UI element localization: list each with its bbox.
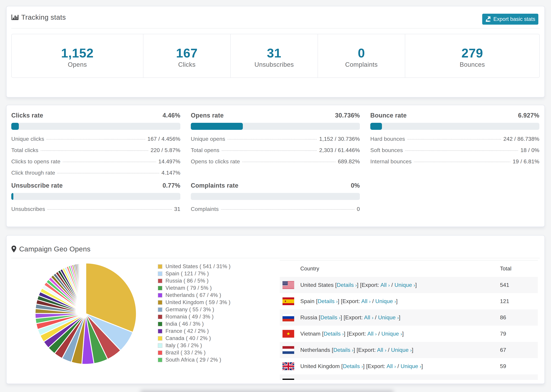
- stat-label: Complaints: [345, 61, 378, 68]
- bracket: ]: [421, 363, 423, 369]
- legend-item: Germany ( 55 / 3% ): [158, 306, 231, 313]
- rate-row: Internal bounces19 / 6.81%: [370, 156, 539, 167]
- total-column-header: Total: [500, 260, 538, 277]
- geo-opens-table: Country Total United States [Details ›] …: [280, 260, 538, 380]
- bracket: ]: [412, 347, 413, 353]
- export-unique-link[interactable]: Unique ›: [391, 347, 412, 353]
- rate-progress-bar: [370, 123, 539, 130]
- flag-cell: [280, 358, 300, 374]
- stat-clicks: 167Clicks: [143, 34, 231, 77]
- rate-progress-fill: [191, 123, 243, 130]
- legend-swatch: [158, 279, 162, 283]
- geo-table-row-gb: United Kingdom [Details ›] [Export: All …: [280, 358, 538, 374]
- flag-cell: [280, 309, 300, 326]
- country-cell: Netherlands [Details ›] [Export: All › /…: [300, 342, 500, 358]
- rate-progress-bar: [11, 123, 180, 130]
- stat-complaints: 0Complaints: [318, 34, 405, 77]
- rate-row-value: 19 / 6.81%: [513, 158, 539, 165]
- bracket: ]: [399, 314, 400, 321]
- rate-row-label: Complaints: [191, 206, 219, 212]
- stat-value: 0: [358, 47, 365, 60]
- flag-nl-icon: [283, 346, 294, 354]
- bracket: [: [332, 347, 333, 353]
- legend-swatch: [158, 307, 162, 312]
- export-all-link[interactable]: All ›: [367, 331, 377, 337]
- legend-swatch: [158, 350, 162, 355]
- legend-item: Netherlands ( 67 / 4% ): [158, 292, 231, 299]
- country-cell: Russia [Details ›] [Export: All › / Uniq…: [300, 309, 500, 326]
- details-link[interactable]: Details ›: [343, 363, 363, 369]
- tracking-stats-title: Tracking stats: [21, 13, 66, 21]
- geo-table-row-de: [280, 374, 538, 380]
- rate-value: 0%: [351, 182, 360, 189]
- dotted-leader: [221, 209, 354, 210]
- export-unique-link[interactable]: Unique ›: [401, 363, 421, 369]
- geo-table-row-es: Spain [Details ›] [Export: All › / Uniqu…: [280, 293, 538, 309]
- rate-row-value: 689.82%: [338, 158, 360, 165]
- legend-label: Russia ( 86 / 5% ): [165, 278, 209, 284]
- rate-row-value: 14.497%: [158, 158, 180, 165]
- rate-progress-fill: [11, 123, 19, 130]
- export-label: Export:: [342, 298, 361, 304]
- legend-item: South Africa ( 29 / 2% ): [158, 356, 231, 364]
- geo-table-row-nl: Netherlands [Details ›] [Export: All › /…: [280, 342, 538, 358]
- legend-label: Italy ( 36 / 2% ): [165, 343, 202, 349]
- rate-row-value: 0: [357, 206, 360, 212]
- flag-cell: [280, 293, 300, 309]
- rate-progress-fill: [11, 193, 13, 200]
- export-basic-stats-button[interactable]: Export basic stats: [482, 14, 538, 25]
- export-all-link[interactable]: All ›: [380, 282, 390, 288]
- country-name: Vietnam: [300, 331, 322, 337]
- details-link[interactable]: Details ›: [324, 331, 344, 337]
- details-link[interactable]: Details ›: [318, 298, 338, 304]
- details-link[interactable]: Details ›: [337, 282, 357, 288]
- rate-row: Hard bounces242 / 86.738%: [370, 133, 539, 145]
- rate-row-label: Clicks to opens rate: [11, 158, 60, 165]
- pie-legend: United States ( 541 / 31% )Spain ( 121 /…: [158, 263, 231, 364]
- geo-table-row-us: United States [Details ›] [Export: All ›…: [280, 277, 538, 293]
- details-link[interactable]: Details ›: [333, 347, 353, 353]
- export-all-link[interactable]: All ›: [364, 314, 373, 321]
- stat-bounces: 279Bounces: [405, 34, 539, 77]
- stat-unsubscribes: 31Unsubscribes: [231, 34, 318, 77]
- legend-swatch: [158, 315, 162, 319]
- legend-item: Spain ( 121 / 7% ): [158, 270, 231, 277]
- export-unique-link[interactable]: Unique ›: [395, 282, 415, 288]
- country-total: [500, 374, 538, 380]
- legend-item: Canada ( 40 / 2% ): [158, 335, 231, 342]
- export-icon: [485, 16, 491, 22]
- geo-table-container[interactable]: Country Total United States [Details ›] …: [280, 260, 538, 380]
- bracket: ] [: [357, 282, 361, 288]
- stat-label: Opens: [68, 61, 87, 68]
- dotted-leader: [222, 150, 317, 151]
- dotted-leader: [228, 139, 317, 140]
- legend-label: South Africa ( 29 / 2% ): [165, 357, 221, 363]
- rate-row: Total opens2,303 / 61.446%: [191, 145, 360, 156]
- rate-value: 6.927%: [518, 112, 540, 119]
- bracket: ] [: [338, 298, 342, 304]
- export-all-link[interactable]: All ›: [361, 298, 371, 304]
- country-name: United States: [300, 282, 335, 288]
- country-cell: United Kingdom [Details ›] [Export: All …: [300, 358, 500, 374]
- legend-swatch: [158, 300, 162, 305]
- rate-row-label: Total clicks: [11, 147, 38, 154]
- dotted-leader: [407, 139, 501, 140]
- export-all-link[interactable]: All ›: [377, 347, 386, 353]
- rate-panel-unsubscribe-rate: Unsubscribe rate0.77%Unsubscribes31: [11, 182, 180, 215]
- flag-gb-icon: [283, 362, 294, 370]
- export-unique-link[interactable]: Unique ›: [375, 298, 396, 304]
- rate-row-value: 167 / 4.456%: [148, 136, 180, 142]
- legend-label: United States ( 541 / 31% ): [165, 263, 231, 270]
- bracket: ] [: [344, 331, 348, 337]
- rate-title: Complaints rate: [191, 182, 238, 189]
- legend-item: India ( 46 / 3% ): [158, 320, 231, 328]
- export-unique-link[interactable]: Unique ›: [378, 314, 399, 321]
- export-unique-link[interactable]: Unique ›: [381, 331, 402, 337]
- geo-title: Campaign Geo Opens: [19, 245, 91, 253]
- bar-chart-icon: [11, 14, 19, 20]
- details-link[interactable]: Details ›: [320, 314, 340, 321]
- flag-cell: [280, 374, 300, 380]
- export-all-link[interactable]: All ›: [387, 363, 396, 369]
- legend-swatch: [158, 322, 162, 326]
- legend-label: Spain ( 121 / 7% ): [165, 271, 209, 277]
